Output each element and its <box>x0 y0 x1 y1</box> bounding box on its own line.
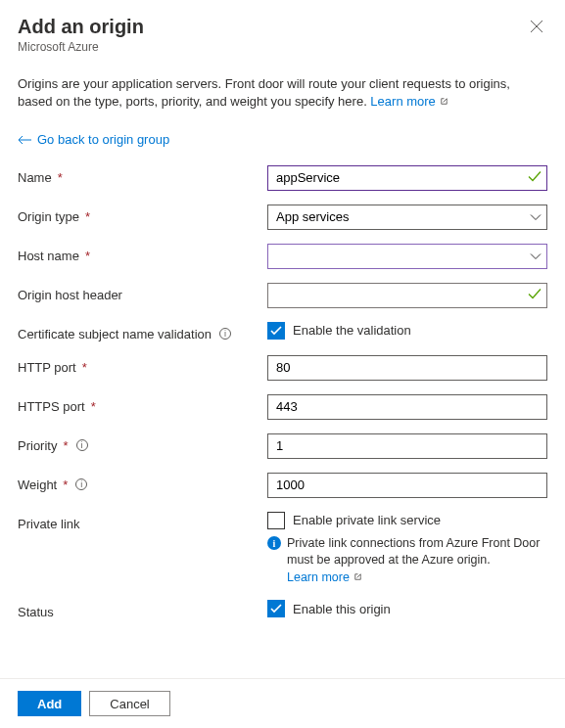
external-link-icon <box>353 571 363 582</box>
learn-more-link[interactable]: Learn more <box>370 94 449 109</box>
label-weight: Weight*i <box>18 473 267 492</box>
enable-origin-checkbox[interactable] <box>267 600 285 617</box>
weight-input[interactable] <box>267 473 547 498</box>
enable-private-link-checkbox[interactable] <box>267 512 285 529</box>
host-name-select[interactable] <box>267 244 547 269</box>
info-filled-icon: i <box>267 536 281 587</box>
enable-origin-label: Enable this origin <box>293 602 391 616</box>
origin-host-header-input[interactable] <box>267 283 547 308</box>
enable-validation-label: Enable the validation <box>293 323 411 338</box>
label-host-name: Host name* <box>18 244 267 263</box>
label-http-port: HTTP port* <box>18 355 267 375</box>
panel-subtitle: Microsoft Azure <box>18 40 144 54</box>
panel-title: Add an origin <box>18 16 144 38</box>
close-button[interactable] <box>526 16 547 40</box>
enable-private-link-label: Enable private link service <box>293 513 441 527</box>
label-private-link: Private link <box>18 512 267 531</box>
label-name: Name* <box>18 165 267 185</box>
checkmark-icon <box>270 326 282 336</box>
label-status: Status <box>18 600 267 619</box>
http-port-input[interactable] <box>267 355 547 381</box>
priority-input[interactable] <box>267 433 547 459</box>
private-link-note: Private link connections from Azure Fron… <box>287 536 540 568</box>
add-button[interactable]: Add <box>18 691 81 716</box>
arrow-left-icon <box>18 135 31 145</box>
https-port-input[interactable] <box>267 394 547 420</box>
enable-validation-checkbox[interactable] <box>267 322 285 340</box>
info-icon[interactable]: i <box>75 478 87 490</box>
close-icon <box>530 20 543 33</box>
label-origin-type: Origin type* <box>18 205 267 224</box>
external-link-icon <box>439 96 449 107</box>
svg-text:i: i <box>273 538 276 549</box>
cancel-button[interactable]: Cancel <box>89 691 169 716</box>
origin-type-select[interactable]: App services <box>267 205 547 230</box>
label-cert-validation: Certificate subject name validationi <box>18 322 267 341</box>
label-origin-host-header: Origin host header <box>18 283 267 302</box>
description-text: Origins are your application servers. Fr… <box>18 75 547 111</box>
label-https-port: HTTPS port* <box>18 394 267 414</box>
private-link-learn-more[interactable]: Learn more <box>287 570 363 584</box>
info-icon[interactable]: i <box>219 328 231 340</box>
name-input[interactable] <box>267 165 547 191</box>
label-priority: Priority*i <box>18 433 267 453</box>
info-icon[interactable]: i <box>76 439 88 451</box>
back-to-group-link[interactable]: Go back to origin group <box>18 132 169 147</box>
checkmark-icon <box>270 604 282 614</box>
